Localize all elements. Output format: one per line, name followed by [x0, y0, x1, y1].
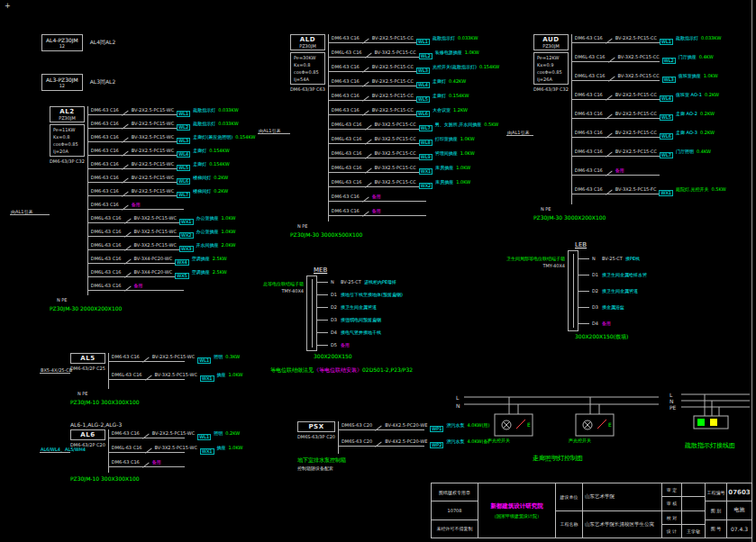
- panel-name: PSX: [301, 423, 332, 430]
- cable-spec: BV-4X2.5-PC20-WE: [385, 439, 427, 444]
- load-power: 1.0KW: [229, 446, 243, 450]
- panel-al2: 由AL1引来AL2PZ30JMPe=11KWKx=0.8cosΦ=0.85Ij=…: [50, 106, 255, 312]
- earth-bar-wire: [578, 275, 589, 276]
- breaker-symbol: [122, 135, 129, 142]
- circuit-wire: [329, 86, 426, 86]
- panel-parameters: Pe=12KWKx=0.9cosΦ=0.85Ij=26A: [533, 52, 569, 85]
- seal-row-2: 未经许可不得复制: [432, 520, 478, 537]
- circuit-row: DM6L-63 C16BV-3X2.5-PC15-WCWX1办公室插座1.0KW: [91, 214, 256, 228]
- breaker-label: DM6L-63 C16: [332, 166, 362, 170]
- terminal-id: N: [592, 256, 599, 261]
- bus-pe-label: N PE: [77, 391, 243, 396]
- owner-label: 建设单位: [556, 483, 583, 510]
- incoming-feeder-line: AL6/WL4、AL5/WH4: [40, 452, 70, 453]
- connection-description: 接金属浴盆: [602, 304, 624, 310]
- cable-spec: BV-2X2.5-PC15-WC: [132, 108, 174, 113]
- breaker-label: DM6-63 C16: [332, 79, 360, 84]
- role-label: 校 对: [662, 511, 682, 524]
- circuit-id: WX1: [200, 375, 214, 382]
- cable-spec: BV-3X2.5-PC15-CC: [375, 180, 416, 185]
- owner-value: 山东艺术学院: [583, 483, 661, 510]
- load-description: 办公室插座: [196, 230, 219, 234]
- wire-label-L: L: [456, 394, 460, 401]
- breaker-symbol: [124, 216, 132, 223]
- earth-bar-box: [306, 276, 317, 351]
- load-description: 插座: [217, 373, 226, 377]
- earth-bar-label: 卫生间局部等电位联结端子箱: [505, 256, 565, 261]
- terminal-id: N: [331, 279, 338, 285]
- panel-circuit-list: DM6-63 C16BV-2X2.5-PC15-WCWL1疏散指示灯0.033K…: [87, 106, 256, 295]
- breaker-label: DM6L-63 C16: [91, 216, 122, 221]
- cable-spec: BV-2X2.5-PC15-CC: [615, 36, 657, 41]
- evac-lamp-green: [697, 419, 705, 426]
- terminal-id: D2: [592, 288, 599, 294]
- drawing-type-row: 图 别 电施: [706, 501, 751, 519]
- breaker-label: DM6L-63 C16: [332, 50, 362, 55]
- load-power: 0.2KW: [214, 176, 228, 180]
- breaker-label: DM6L-63 C16: [575, 74, 606, 78]
- role-label: 审 核: [662, 497, 682, 510]
- bus-pe-label: N PE: [57, 297, 255, 303]
- breaker-symbol: [142, 431, 150, 438]
- load-description: 走廊灯(兼应急照明): [193, 135, 232, 140]
- panel-name-box: AL6: [70, 429, 105, 440]
- load-description: 大会议室: [433, 108, 451, 113]
- cable-spec: BV-3X2.5-PC15-WC: [155, 446, 197, 450]
- circuit-id: WX1: [659, 190, 673, 196]
- load-power: 0.2KW: [225, 431, 240, 436]
- breaker-symbol: [124, 284, 132, 291]
- circuit-wire: [88, 263, 184, 264]
- load-power: 0.033KW: [218, 122, 238, 126]
- circuit-id: WL6: [660, 133, 673, 140]
- role-row: 设 计 王学敏: [662, 525, 705, 537]
- circuit-id: WL6: [177, 178, 190, 185]
- circuit-id: WL3: [662, 77, 676, 83]
- panel-parameter: Kx=0.9: [537, 62, 565, 68]
- cable-spec: BV-3X2.5-PC15-CC: [375, 151, 416, 156]
- breaker-symbol: [122, 149, 129, 156]
- ref-panel-note: AL3同AL2: [90, 78, 116, 86]
- circuit-wire: [88, 182, 184, 183]
- load-description: 照明: [214, 355, 223, 359]
- cable-spec: BV-2X2.5-PC15-CC: [372, 36, 414, 41]
- cable-spec: BV-2X2.5-PC15-WC: [132, 149, 174, 153]
- circuit-id: WL2: [419, 53, 433, 59]
- terminal-id: D4: [592, 321, 599, 326]
- load-power: 1.0KW: [222, 216, 236, 221]
- circuit-row: DM6-63 C16BV-2X2.5-PC15-WCWL7楼梯间灯0.2KW: [91, 187, 256, 201]
- earth-bar-wire: [317, 332, 328, 333]
- circuit-id: WL3: [177, 138, 190, 144]
- load-power: 0.2KW: [700, 131, 715, 135]
- earth-bar-wire: [317, 320, 328, 321]
- cable-spec: BV-2X2.5-PC15-CC: [615, 112, 657, 116]
- circuit-id: WL5: [416, 96, 430, 103]
- breaker-symbol: [142, 355, 150, 362]
- load-power: 2.5KW: [213, 257, 227, 261]
- wire-label-L: L: [669, 392, 673, 398]
- panel-name: AUD: [537, 36, 565, 43]
- circuit-row: DM6L-63 C16BV-3X4-PC20-WCWX5空调插座2.5KW: [91, 268, 256, 282]
- load-power: 2.0KW: [222, 243, 236, 248]
- earth-bar-rows: NBV-25-CT进线柜内PE母排D1接地引下线至接地体(预留扁钢)D2接卫生间…: [317, 276, 403, 351]
- breaker-symbol: [122, 176, 129, 183]
- panel-ald: 由AL1引来ALDPZ30JMPe=30KWKx=0.8cosΦ=0.85Ij=…: [290, 34, 499, 238]
- circuit-row: DM6-63 C16BV-3X2.5-PC15-WCWL3走廊灯(兼应急照明)0…: [91, 133, 256, 147]
- earth-bar-row: D5备用: [317, 339, 403, 351]
- circuit-row: DM6-63 C16BV-2X2.5-PC15-WCWL1照明0.3KW: [112, 353, 243, 371]
- earth-bar-wire: [578, 323, 589, 324]
- earth-bar-wire: [317, 294, 328, 295]
- panel-body: AL6DM6-63/2P C20DM6-63 C16BV-2X2.5-PC15-…: [70, 429, 243, 473]
- load-power: 1.0KW: [460, 137, 475, 141]
- cable-spec: BV-2X2.5-PC15-WC: [132, 176, 174, 180]
- load-description: 光控开关(疏散指示灯): [433, 65, 477, 69]
- breaker-symbol: [606, 168, 613, 176]
- panel-header: AL6DM6-63/2P C20: [70, 429, 105, 447]
- panel-name-box: AUDPZ30JM: [533, 34, 569, 50]
- panel-caption: 地下室排水泵控制箱: [297, 456, 489, 465]
- cable-spec: BV-3X2.5-PC15-CC: [375, 137, 416, 141]
- breaker-label: DM6-63 C16: [575, 36, 603, 41]
- breaker-label: DM6-63 C16: [575, 149, 603, 154]
- circuit-wire: [572, 99, 660, 100]
- circuit-wire: [329, 201, 426, 202]
- load-description: 疏散指示灯: [433, 36, 455, 41]
